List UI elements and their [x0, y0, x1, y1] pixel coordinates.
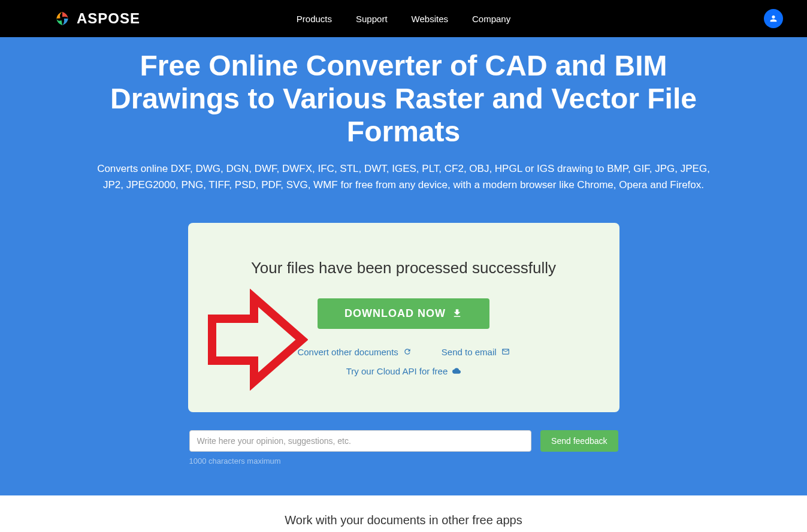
feedback-char-limit: 1000 characters maximum	[188, 457, 619, 466]
other-apps-section: Work with your documents in other free a…	[0, 495, 807, 532]
action-links-row-2: Try our Cloud API for free	[212, 366, 596, 376]
cloud-api-link[interactable]: Try our Cloud API for free	[346, 366, 461, 376]
success-card: Your files have been processed successfu…	[188, 223, 619, 412]
nav-products[interactable]: Products	[297, 14, 332, 24]
cloud-icon	[452, 367, 461, 375]
envelope-icon	[501, 347, 510, 356]
refresh-icon	[403, 347, 412, 356]
convert-other-label: Convert other documents	[297, 347, 398, 357]
header: ASPOSE Products Support Websites Company	[0, 0, 807, 37]
convert-other-link[interactable]: Convert other documents	[297, 347, 411, 357]
page-title: Free Online Converter of CAD and BIM Dra…	[74, 49, 733, 149]
send-email-label: Send to email	[442, 347, 497, 357]
page-description: Converts online DXF, DWG, DGN, DWF, DWFX…	[74, 161, 733, 193]
action-links-row: Convert other documents Send to email	[212, 347, 596, 357]
other-apps-title: Work with your documents in other free a…	[0, 513, 807, 527]
user-icon	[769, 14, 778, 23]
aspose-logo-icon	[54, 10, 71, 27]
annotation-arrow	[194, 289, 308, 393]
hero-section: Free Online Converter of CAD and BIM Dra…	[0, 37, 807, 495]
brand-logo[interactable]: ASPOSE	[54, 10, 140, 27]
send-feedback-button[interactable]: Send feedback	[540, 430, 618, 452]
success-message: Your files have been processed successfu…	[212, 259, 596, 277]
nav-support[interactable]: Support	[356, 14, 388, 24]
brand-name: ASPOSE	[77, 10, 140, 27]
download-button[interactable]: DOWNLOAD NOW	[318, 298, 489, 329]
cloud-api-label: Try our Cloud API for free	[346, 366, 448, 376]
nav-company[interactable]: Company	[472, 14, 510, 24]
download-icon	[452, 308, 463, 319]
send-email-link[interactable]: Send to email	[442, 347, 510, 357]
nav-websites[interactable]: Websites	[412, 14, 448, 24]
feedback-input[interactable]	[189, 430, 532, 452]
main-nav: Products Support Websites Company	[297, 14, 510, 24]
download-button-label: DOWNLOAD NOW	[344, 307, 446, 320]
feedback-row: Send feedback	[188, 430, 619, 452]
user-account-button[interactable]	[764, 9, 783, 28]
